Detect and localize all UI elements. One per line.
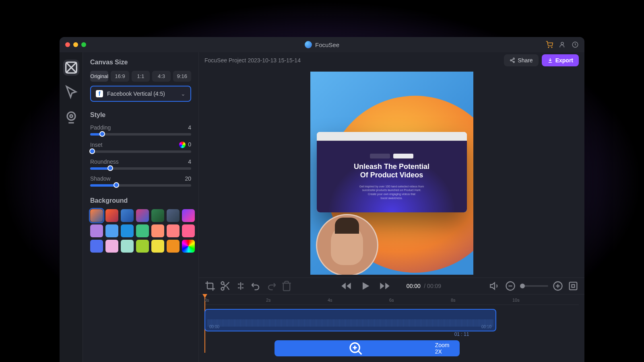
ratio-9-16[interactable]: 9:16 — [173, 71, 191, 82]
bg-swatch-18[interactable] — [151, 240, 164, 253]
export-button[interactable]: Export — [542, 54, 579, 66]
crop-icon[interactable] — [204, 280, 216, 292]
chevron-down-icon: ⌄ — [181, 90, 186, 97]
roundness-value: 4 — [188, 158, 191, 165]
svg-rect-14 — [570, 282, 577, 290]
style-heading: Style — [90, 111, 191, 119]
inset-slider[interactable] — [90, 150, 191, 153]
shadow-value: 20 — [185, 175, 191, 182]
app-name: FocuSee — [315, 41, 339, 48]
color-picker-icon[interactable] — [179, 142, 186, 148]
close-window[interactable] — [65, 42, 70, 47]
share-button[interactable]: Share — [504, 54, 538, 66]
nav-webcam[interactable] — [63, 109, 79, 125]
bg-swatch-10[interactable] — [136, 224, 149, 237]
split-icon[interactable] — [235, 280, 246, 292]
shadow-slider[interactable] — [90, 184, 191, 187]
canvas-preview[interactable]: Unleash The Potential Of Product Videos … — [310, 72, 473, 275]
cart-icon[interactable] — [546, 41, 553, 48]
minimize-window[interactable] — [73, 42, 78, 47]
inset-label: Inset — [90, 142, 102, 148]
svg-point-2 — [561, 42, 564, 45]
user-icon[interactable] — [559, 41, 566, 48]
clock-icon[interactable] — [572, 41, 579, 48]
ratio-1-1[interactable]: 1:1 — [132, 71, 150, 82]
ratio-original[interactable]: Original — [90, 71, 108, 82]
roundness-label: Roundness — [90, 158, 119, 165]
timeline-ruler[interactable]: 0s2s4s6s8s10s — [204, 294, 579, 305]
svg-rect-15 — [572, 285, 575, 288]
bg-swatch-20[interactable] — [182, 240, 195, 253]
project-name: FocuSee Project 2023-10-13 15-15-14 — [204, 57, 301, 64]
zoom-clip-time: 01 : 11 — [369, 331, 554, 337]
redo-icon[interactable] — [266, 280, 277, 292]
clip-end-time: 00:10 — [481, 325, 491, 329]
properties-panel: Canvas Size Original 16:9 1:1 4:3 9:16 f… — [83, 52, 199, 362]
timeline-zoom-clip[interactable]: Zoom 2X — [275, 340, 460, 356]
ratio-16-9[interactable]: 16:9 — [111, 71, 129, 82]
bg-swatch-13[interactable] — [182, 224, 195, 237]
app-logo-icon — [305, 41, 312, 48]
timeline[interactable]: 0s2s4s6s8s10s Clip0 10.0s 1X 00:00 00:10… — [199, 294, 584, 362]
bg-swatch-9[interactable] — [121, 224, 134, 237]
bg-swatch-0[interactable] — [90, 209, 103, 222]
delete-icon[interactable] — [281, 280, 292, 292]
canvas-preview-area: Unleash The Potential Of Product Videos … — [199, 68, 584, 278]
background-heading: Background — [90, 197, 191, 204]
volume-icon[interactable] — [489, 280, 501, 292]
background-swatches — [90, 209, 191, 253]
nav-canvas[interactable] — [63, 60, 79, 76]
bg-swatch-2[interactable] — [121, 209, 134, 222]
ruler-tick: 6s — [389, 298, 394, 302]
play-icon[interactable] — [360, 280, 371, 292]
preview-headline-2: Of Product Videos — [360, 171, 423, 180]
timeline-zoom-slider[interactable] — [520, 285, 548, 287]
bg-swatch-19[interactable] — [167, 240, 180, 253]
preview-browser: Unleash The Potential Of Product Videos … — [317, 132, 467, 212]
traffic-lights — [65, 42, 86, 47]
bg-swatch-8[interactable] — [105, 224, 118, 237]
titlebar: FocuSee — [60, 37, 584, 52]
padding-slider[interactable] — [90, 133, 191, 136]
app-title: FocuSee — [305, 41, 339, 48]
bg-swatch-3[interactable] — [136, 209, 149, 222]
bg-swatch-5[interactable] — [167, 209, 180, 222]
time-display: 00:00 / 00:09 — [407, 283, 441, 289]
undo-icon[interactable] — [250, 280, 262, 292]
bg-swatch-15[interactable] — [105, 240, 118, 253]
timeline-clip[interactable]: Clip0 10.0s 1X 00:00 00:10 — [204, 309, 496, 331]
nav-cursor[interactable] — [63, 84, 79, 101]
ruler-tick: 4s — [328, 298, 332, 302]
svg-point-0 — [548, 47, 549, 48]
bg-swatch-14[interactable] — [90, 240, 103, 253]
bg-swatch-6[interactable] — [182, 209, 195, 222]
app-window: FocuSee Canvas Size Original 16:9 1:1 4:… — [60, 37, 584, 362]
aspect-ratio-row: Original 16:9 1:1 4:3 9:16 — [90, 71, 191, 82]
svg-point-1 — [551, 47, 552, 48]
cut-icon[interactable] — [220, 280, 231, 292]
bg-swatch-12[interactable] — [167, 224, 180, 237]
ratio-4-3[interactable]: 4:3 — [152, 71, 170, 82]
canvas-size-heading: Canvas Size — [90, 59, 191, 66]
ruler-tick: 2s — [266, 298, 271, 302]
padding-value: 4 — [188, 124, 191, 131]
svg-point-5 — [67, 112, 75, 120]
zoom-out-icon[interactable] — [505, 280, 516, 292]
bg-swatch-7[interactable] — [90, 224, 103, 237]
bg-swatch-1[interactable] — [105, 209, 118, 222]
bg-swatch-4[interactable] — [151, 209, 164, 222]
ruler-tick: 8s — [451, 298, 456, 302]
canvas-preset-select[interactable]: f Facebook Vertical (4:5) ⌄ — [90, 86, 191, 102]
rewind-icon[interactable] — [341, 280, 352, 292]
bg-swatch-17[interactable] — [136, 240, 149, 253]
bg-swatch-16[interactable] — [121, 240, 134, 253]
roundness-slider[interactable] — [90, 167, 191, 170]
zoom-in-icon[interactable] — [552, 280, 564, 292]
fit-icon[interactable] — [568, 280, 579, 292]
svg-point-6 — [70, 115, 72, 117]
bg-swatch-11[interactable] — [151, 224, 164, 237]
maximize-window[interactable] — [81, 42, 86, 47]
svg-point-9 — [513, 61, 515, 63]
svg-point-8 — [510, 60, 512, 61]
forward-icon[interactable] — [379, 280, 390, 292]
